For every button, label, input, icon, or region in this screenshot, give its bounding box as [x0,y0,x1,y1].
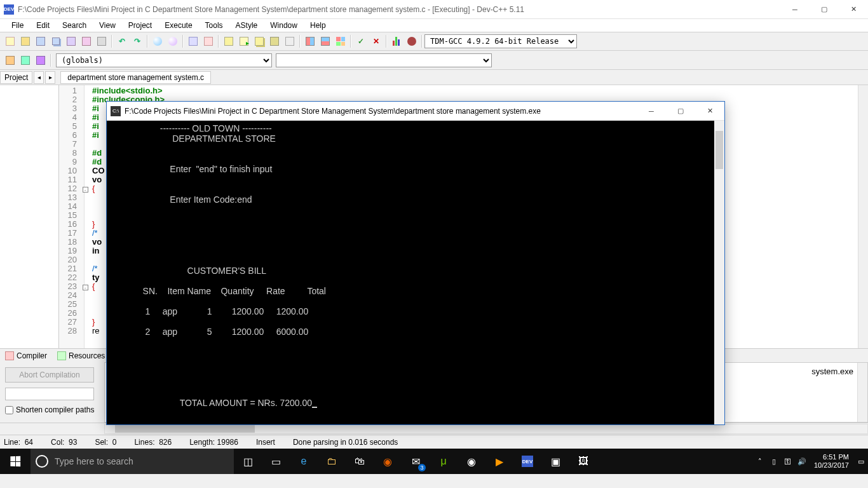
toolbar-main: ↶ ↷ ▸ ✓ ✕ TDM-GCC 4.9.2 64-bit Release [0,32,868,51]
menu-help[interactable]: Help [304,20,332,31]
utorrent-icon[interactable]: μ [430,449,458,474]
console-titlebar[interactable]: C:\ F:\Code Projects Files\Mini Project … [107,102,724,121]
tab-header: Project ◂ ▸ department store management … [0,70,868,85]
store-icon[interactable]: 🛍 [346,449,374,474]
battery-icon[interactable]: ▯ [767,458,781,466]
notifications-icon[interactable]: ▭ [854,458,868,466]
tab-prev-button[interactable]: ◂ [34,71,44,84]
find-button[interactable] [151,34,165,48]
edge-icon[interactable]: e [290,449,318,474]
firefox-icon[interactable]: ◉ [374,449,402,474]
redo-button[interactable]: ↷ [130,34,144,48]
console-taskbar-icon[interactable]: ▣ [541,449,569,474]
layout2-button[interactable] [318,34,332,48]
taskbar-search[interactable]: Type here to search [31,449,234,474]
menu-astyle[interactable]: AStyle [229,20,264,31]
fold-toggle[interactable]: - [83,187,88,193]
save-all-button[interactable] [49,34,63,48]
syntax-check-button[interactable]: ✓ [354,34,368,48]
shorten-paths-checkbox[interactable]: Shorten compiler paths [5,405,99,414]
console-app-icon: C:\ [111,106,121,116]
compiler-select[interactable]: TDM-GCC 4.9.2 64-bit Release [424,34,577,48]
menu-window[interactable]: Window [264,20,304,31]
toggle2-button[interactable] [18,53,32,67]
toggle1-button[interactable] [3,53,17,67]
open-file-button[interactable] [18,34,32,48]
menu-execute[interactable]: Execute [158,20,198,31]
toggle3-button[interactable] [34,53,48,67]
devcpp-taskbar-icon[interactable]: DEV [513,449,541,474]
output-scrollbar[interactable] [857,363,867,422]
chrome-icon[interactable]: ◉ [458,449,485,474]
compile-run-button[interactable] [252,34,266,48]
abort-compilation-button: Abort Compilation [5,367,94,383]
console-minimize-button[interactable]: ─ [637,102,666,121]
maximize-button[interactable]: ▢ [810,0,839,19]
task-view-icon[interactable]: ◫ [234,449,262,474]
editor-scrollbar[interactable] [858,85,868,348]
console-body[interactable]: ---------- OLD TOWN ---------- DEPARTMEN… [107,121,724,424]
scope-select[interactable] [276,53,492,67]
menubar: File Edit Search View Project Execute To… [0,19,868,32]
project-panel-label[interactable]: Project [0,71,32,84]
tray-up-icon[interactable]: ˄ [753,458,767,466]
save-as-button[interactable] [64,34,78,48]
project-tree[interactable] [0,85,59,348]
console-maximize-button[interactable]: ▢ [666,102,695,121]
console-title: F:\Code Projects Files\Mini Project in C… [125,107,637,116]
globals-select[interactable]: (globals) [56,53,272,67]
clear-button[interactable]: ✕ [369,34,383,48]
pictures-icon[interactable]: 🖼 [569,449,597,474]
tab-next-button[interactable]: ▸ [45,71,55,84]
console-window: C:\ F:\Code Projects Files\Mini Project … [106,101,725,425]
media-icon[interactable]: ▶ [485,449,513,474]
console-close-button[interactable]: ✕ [695,102,724,121]
taskview2-icon[interactable]: ▭ [262,449,290,474]
tab-resources[interactable]: Resources [52,350,110,362]
debug-button[interactable] [283,34,297,48]
print-button[interactable] [95,34,109,48]
explorer-icon[interactable]: 🗀 [318,449,346,474]
profile-button[interactable] [390,34,403,48]
menu-file[interactable]: File [5,20,30,31]
menu-project[interactable]: Project [122,20,158,31]
close-button[interactable]: ✕ [839,0,868,19]
run-button[interactable]: ▸ [237,34,251,48]
console-scrollbar[interactable] [714,121,724,424]
menu-tools[interactable]: Tools [199,20,229,31]
goto-button[interactable] [186,34,200,48]
file-tab[interactable]: department store management system.c [60,71,211,84]
code-line: 1#include<stdio.h> [59,86,868,95]
volume-icon[interactable]: 🔊 [795,458,809,466]
minimize-button[interactable]: ─ [780,0,810,19]
start-button[interactable] [0,449,31,474]
menu-search[interactable]: Search [56,20,93,31]
close-file-button[interactable] [79,34,93,48]
rebuild-button[interactable] [268,34,281,48]
toolbar-secondary: (globals) [0,51,868,70]
new-file-button[interactable] [3,34,17,48]
statusbar: Line: 64 Col: 93 Sel: 0 Lines: 826 Lengt… [0,435,868,449]
taskbar-clock[interactable]: 6:51 PM 10/23/2017 [809,453,854,470]
layout1-button[interactable] [303,34,317,48]
status-lines: Lines: 826 [134,438,172,447]
wifi-icon[interactable]: ⚿ [781,458,795,465]
titlebar: DEV F:\Code Projects Files\Mini Project … [0,0,868,19]
fold-toggle[interactable]: - [83,285,88,290]
undo-button[interactable]: ↶ [115,34,129,48]
bookmark-button[interactable] [201,34,215,48]
editor-hscrollbar[interactable] [104,424,868,434]
menu-edit[interactable]: Edit [30,20,56,31]
status-col: Col: 93 [51,438,77,447]
compiler-output-text: system.exe [811,367,853,376]
save-button[interactable] [34,34,48,48]
layout3-button[interactable] [334,34,348,48]
tab-compiler[interactable]: Compiler [0,350,52,362]
debug-icon-button[interactable] [405,34,419,48]
status-parse: Done parsing in 0.016 seconds [293,438,398,447]
mail-icon[interactable]: ✉3 [402,449,430,474]
replace-button[interactable] [166,34,180,48]
window-title: F:\Code Projects Files\Mini Project in C… [18,5,780,14]
compile-button[interactable] [222,34,236,48]
menu-view[interactable]: View [93,20,122,31]
